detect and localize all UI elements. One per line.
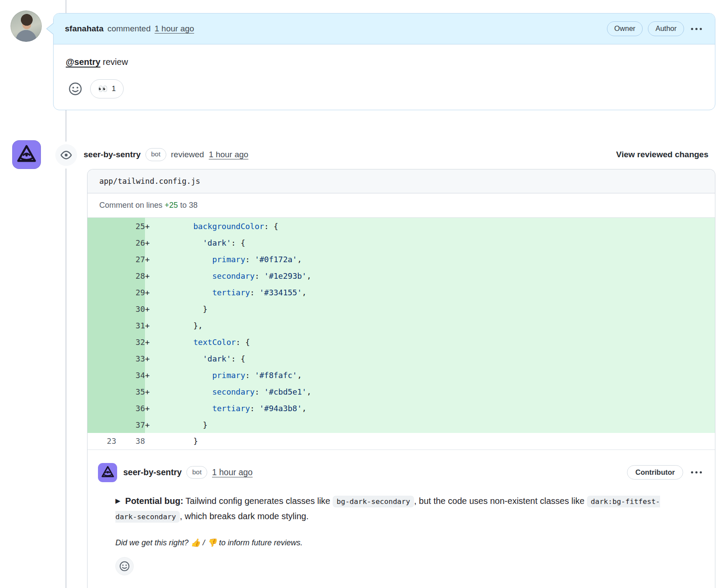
diff-sign: + <box>145 301 165 317</box>
diff-sign <box>145 433 165 449</box>
diff-sign: + <box>145 334 165 350</box>
comment-action-label: commented <box>108 24 151 34</box>
review-event-row: seer-by-sentry bot reviewed 1 hour ago V… <box>84 140 715 169</box>
seer-bot-avatar-small[interactable] <box>98 463 117 482</box>
diff-line-number[interactable]: 32 <box>116 334 145 350</box>
diff-line-number[interactable]: 30 <box>116 301 145 317</box>
pr-conversation-page: sfanahata commented 1 hour ago Owner Aut… <box>0 0 728 588</box>
diff-line-number[interactable]: 35 <box>116 383 145 400</box>
comment-timestamp-link[interactable]: 1 hour ago <box>155 24 194 34</box>
diff-code: } <box>165 301 715 317</box>
add-reaction-button[interactable] <box>115 557 134 575</box>
review-timestamp-link[interactable]: 1 hour ago <box>209 150 249 159</box>
diff-code: primary: '#f8fafc', <box>165 367 715 383</box>
diff-line-number[interactable]: 26 <box>116 234 145 251</box>
diff-line-number[interactable]: 36 <box>116 400 145 416</box>
diff-sign: + <box>145 251 165 267</box>
diff-row: 27+ primary: '#0f172a', <box>88 251 715 267</box>
diff-line-number[interactable]: 28 <box>116 267 145 284</box>
diff-line-number[interactable] <box>88 400 116 416</box>
diff-row: 2338 } <box>88 433 715 449</box>
details-collapse-marker[interactable]: ▶ <box>115 495 121 507</box>
diff-code: }, <box>165 317 715 334</box>
body-text-segment: Tailwind config generates classes like <box>183 496 333 506</box>
diff-line-number[interactable] <box>88 334 116 350</box>
review-action-label: reviewed <box>171 150 204 159</box>
diff-table: 25+ backgroundColor: {26+ 'dark': {27+ p… <box>88 218 715 450</box>
mention-link[interactable]: @sentry <box>66 57 101 67</box>
diff-line-number[interactable]: 33 <box>116 350 145 367</box>
thread-author-link[interactable]: seer-by-sentry <box>123 467 182 477</box>
eyes-reaction-pill[interactable]: 👀 1 <box>90 79 124 98</box>
diff-line-number[interactable] <box>88 416 116 433</box>
diff-row: 35+ secondary: '#cbd5e1', <box>88 383 715 400</box>
diff-row: 33+ 'dark': { <box>88 350 715 367</box>
review-thread-card: app/tailwind.config.js Comment on lines … <box>87 169 715 588</box>
thread-timestamp-link[interactable]: 1 hour ago <box>212 467 253 477</box>
diff-line-number[interactable] <box>88 350 116 367</box>
diff-line-number[interactable]: 27 <box>116 251 145 267</box>
diff-line-number[interactable]: 34 <box>116 367 145 383</box>
bot-badge: bot <box>145 148 166 161</box>
diff-row: 34+ primary: '#f8fafc', <box>88 367 715 383</box>
diff-code: tertiary: '#334155', <box>165 284 715 301</box>
diff-code: } <box>165 416 715 433</box>
seer-pyramid-eye-logo <box>16 144 37 166</box>
diff-line-number[interactable]: 31 <box>116 317 145 334</box>
diff-line-number[interactable] <box>88 234 116 251</box>
diff-code: primary: '#0f172a', <box>165 251 715 267</box>
seer-pyramid-eye-logo <box>101 465 115 480</box>
diff-line-number[interactable] <box>88 218 116 234</box>
diff-sign: + <box>145 367 165 383</box>
comment-lines-range: Comment on lines +25 to 38 <box>88 193 715 218</box>
kebab-menu-icon[interactable] <box>689 25 704 33</box>
diff-row: 36+ tertiary: '#94a3b8', <box>88 400 715 416</box>
diff-code: 'dark': { <box>165 234 715 251</box>
diff-code: secondary: '#cbd5e1', <box>165 383 715 400</box>
diff-line-number[interactable] <box>88 301 116 317</box>
review-event-badge <box>55 144 77 166</box>
diff-code: 'dark': { <box>165 350 715 367</box>
comment-text: review <box>101 57 128 67</box>
diff-row: 28+ secondary: '#1e293b', <box>88 267 715 284</box>
contributor-badge[interactable]: Contributor <box>627 465 683 480</box>
diff-line-number[interactable] <box>88 367 116 383</box>
diff-sign: + <box>145 317 165 334</box>
diff-line-number[interactable]: 25 <box>116 218 145 234</box>
owner-badge[interactable]: Owner <box>607 21 643 36</box>
diff-line-number[interactable] <box>88 284 116 301</box>
author-badge[interactable]: Author <box>648 21 684 36</box>
diff-line-number[interactable] <box>88 317 116 334</box>
diff-sign: + <box>145 234 165 251</box>
diff-code: textColor: { <box>165 334 715 350</box>
diff-row: 31+ }, <box>88 317 715 334</box>
diff-line-number[interactable] <box>88 251 116 267</box>
thread-comment-body: ▶Potential bug: Tailwind config generate… <box>115 493 704 575</box>
potential-bug-text: ▶Potential bug: Tailwind config generate… <box>115 493 668 524</box>
diff-sign: + <box>145 350 165 367</box>
inline-code-chip: bg-dark-secondary <box>333 496 414 507</box>
view-reviewed-changes-link[interactable]: View reviewed changes <box>616 150 715 159</box>
avatar[interactable] <box>10 10 42 42</box>
kebab-menu-icon[interactable] <box>689 469 704 476</box>
diff-line-number[interactable] <box>88 267 116 284</box>
smiley-icon <box>119 561 130 572</box>
diff-line-number[interactable]: 37 <box>116 416 145 433</box>
feedback-note-text: Did we get this right? 👍 / 👎 to inform f… <box>115 538 704 547</box>
diff-row: 32+ textColor: { <box>88 334 715 350</box>
diff-line-number[interactable]: 23 <box>88 433 116 449</box>
diff-line-number[interactable] <box>88 383 116 400</box>
diff-line-number[interactable]: 38 <box>116 433 145 449</box>
diff-row: 29+ tertiary: '#334155', <box>88 284 715 301</box>
diff-line-number[interactable]: 29 <box>116 284 145 301</box>
diff-row: 25+ backgroundColor: { <box>88 218 715 234</box>
smiley-icon <box>68 81 83 96</box>
comment-author-link[interactable]: sfanahata <box>65 24 104 34</box>
body-text-segment: , but the code uses non-existent classes… <box>414 496 587 506</box>
add-reaction-button[interactable] <box>66 79 85 98</box>
reviewer-link[interactable]: seer-by-sentry <box>84 150 141 159</box>
diff-sign: + <box>145 267 165 284</box>
seer-bot-avatar[interactable] <box>12 140 41 169</box>
comment-header: sfanahata commented 1 hour ago Owner Aut… <box>54 14 715 44</box>
file-path-header[interactable]: app/tailwind.config.js <box>88 169 715 193</box>
